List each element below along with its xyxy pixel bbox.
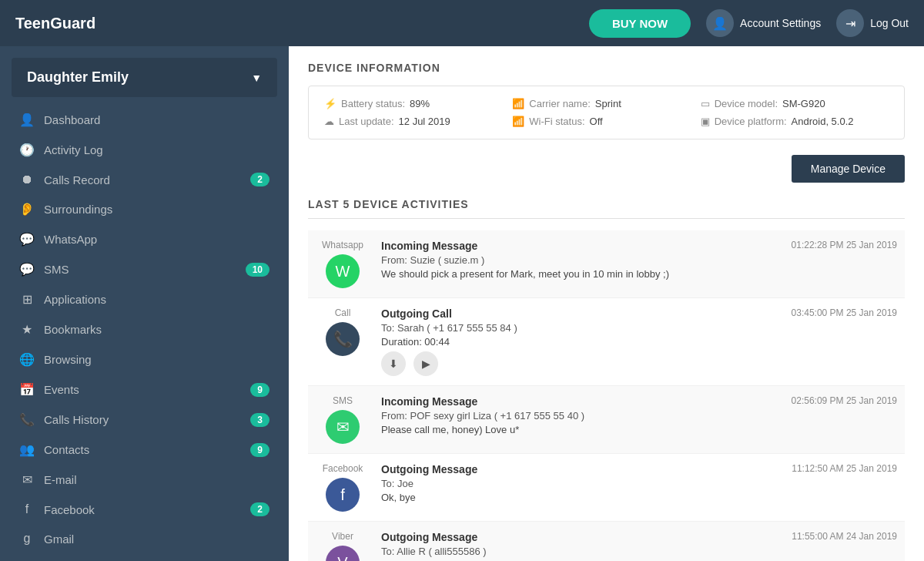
activity-source-label: Whatsapp <box>322 240 363 250</box>
dropdown-arrow-icon: ▼ <box>251 72 262 84</box>
sidebar-item-sms[interactable]: 💬SMS10 <box>0 254 289 284</box>
activity-source-label: Viber <box>332 531 353 542</box>
activity-source-icon: W <box>326 254 360 288</box>
battery-icon: ⚡ <box>324 98 336 109</box>
wifi-info: 📶 Wi-Fi status: Off <box>512 116 700 127</box>
play-icon[interactable]: ▶ <box>413 351 438 376</box>
activity-icon-wrap: SMS✉ <box>316 395 370 444</box>
bookmarks-icon: ★ <box>19 322 35 337</box>
sidebar-item-bookmarks[interactable]: ★Bookmarks <box>0 314 289 344</box>
sidebar-item-browsing[interactable]: 🌐Browsing <box>0 344 289 375</box>
sidebar-item-label: WhatsApp <box>44 233 270 246</box>
activity-time: 01:22:28 PM 25 Jan 2019 <box>792 240 897 250</box>
sidebar-item-whatsapp[interactable]: 💬WhatsApp <box>0 224 289 254</box>
account-label: Account Settings <box>740 17 821 29</box>
sidebar-item-label: E-mail <box>44 473 270 486</box>
buy-now-button[interactable]: BUY NOW <box>589 9 691 38</box>
sidebar-item-events[interactable]: 📅Events9 <box>0 375 289 405</box>
carrier-icon: 📶 <box>512 98 524 109</box>
activity-message: We should pick a present for Mark, meet … <box>381 268 897 280</box>
calls-record-icon: ⏺ <box>19 173 35 186</box>
activity-source-label: Facebook <box>323 463 363 474</box>
activity-top-row: Outgoing Call03:45:00 PM 25 Jan 2019 <box>381 307 897 320</box>
sidebar-nav: 👤Dashboard🕐Activity Log⏺Calls Record2👂Su… <box>0 101 289 561</box>
sidebar-item-facebook[interactable]: fFacebook2 <box>0 495 289 524</box>
sidebar-badge: 2 <box>250 502 270 516</box>
sidebar-item-label: Applications <box>44 293 270 306</box>
activity-source-label: SMS <box>333 395 353 406</box>
calls-history-icon: 📞 <box>19 412 35 427</box>
sidebar-badge: 10 <box>246 263 270 277</box>
activity-top-row: Outgoing Message11:55:00 AM 24 Jan 2019 <box>381 531 897 543</box>
sidebar-item-activity-log[interactable]: 🕐Activity Log <box>0 135 289 165</box>
whatsapp-icon: 💬 <box>19 232 35 247</box>
events-icon: 📅 <box>19 382 35 397</box>
activity-icon-wrap: Facebookf <box>316 463 370 512</box>
download-icon[interactable]: ⬇ <box>381 351 406 376</box>
activity-from: From: Suzie ( suzie.m ) <box>381 254 897 266</box>
device-info-grid: ⚡ Battery status: 89% 📶 Carrier name: Sp… <box>308 86 905 139</box>
sidebar-item-label: Bookmarks <box>44 323 270 336</box>
activity-item: WhatsappWIncoming Message01:22:28 PM 25 … <box>308 230 905 298</box>
activity-time: 11:12:50 AM 25 Jan 2019 <box>792 463 897 474</box>
email-icon: ✉ <box>19 472 35 487</box>
logo: TeenGuard <box>15 15 589 32</box>
carrier-info: 📶 Carrier name: Sprint <box>512 98 700 109</box>
activity-source-icon: ✉ <box>326 410 360 444</box>
sidebar-item-label: Activity Log <box>44 143 270 156</box>
sidebar-badge: 3 <box>250 413 270 427</box>
logout-link[interactable]: ⇥ Log Out <box>836 9 909 37</box>
sidebar-badge: 2 <box>250 173 270 186</box>
sidebar-item-label: Calls History <box>44 413 241 426</box>
activity-body: Outgoing Message11:55:00 AM 24 Jan 2019T… <box>381 531 897 561</box>
sidebar-item-keylogger[interactable]: 🔍Keylogger <box>0 553 289 561</box>
activity-item: FacebookfOutgoing Message11:12:50 AM 25 … <box>308 454 905 522</box>
applications-icon: ⊞ <box>19 292 35 307</box>
activities-list: WhatsappWIncoming Message01:22:28 PM 25 … <box>308 230 905 561</box>
model-icon: ▭ <box>701 98 710 109</box>
activity-type: Outgoing Message <box>381 463 477 475</box>
activity-source-icon: f <box>326 478 360 512</box>
sidebar: Daughter Emily ▼ 👤Dashboard🕐Activity Log… <box>0 46 289 561</box>
activity-body: Incoming Message01:22:28 PM 25 Jan 2019F… <box>381 240 897 280</box>
sidebar-item-label: Contacts <box>44 443 241 456</box>
activity-icon-wrap: ViberV <box>316 531 370 561</box>
activity-time: 03:45:00 PM 25 Jan 2019 <box>792 307 897 318</box>
activity-icon-wrap: WhatsappW <box>316 240 370 288</box>
surroundings-icon: 👂 <box>19 202 35 217</box>
activity-item: SMS✉Incoming Message02:56:09 PM 25 Jan 2… <box>308 386 905 454</box>
activity-message: Ok, bye <box>381 492 897 503</box>
sidebar-item-label: Facebook <box>44 503 241 516</box>
dashboard-icon: 👤 <box>19 113 35 127</box>
activity-body: Incoming Message02:56:09 PM 25 Jan 2019F… <box>381 395 897 435</box>
sidebar-badge: 9 <box>250 443 270 457</box>
activity-type: Incoming Message <box>381 395 477 408</box>
logout-icon: ⇥ <box>836 9 864 37</box>
activity-from: To: Joe <box>381 478 897 489</box>
logo-bold: Guard <box>50 15 95 32</box>
sidebar-item-calls-record[interactable]: ⏺Calls Record2 <box>0 165 289 194</box>
activity-type: Outgoing Message <box>381 531 477 543</box>
activity-icon-wrap: Call📞 <box>316 307 370 356</box>
sidebar-item-contacts[interactable]: 👥Contacts9 <box>0 435 289 465</box>
sidebar-item-dashboard[interactable]: 👤Dashboard <box>0 105 289 135</box>
profile-name: Daughter Emily <box>27 69 129 86</box>
sidebar-item-email[interactable]: ✉E-mail <box>0 465 289 495</box>
activity-top-row: Incoming Message01:22:28 PM 25 Jan 2019 <box>381 240 897 252</box>
sidebar-badge: 9 <box>250 383 270 397</box>
sms-icon: 💬 <box>19 262 35 277</box>
sidebar-item-label: SMS <box>44 263 236 276</box>
account-settings-link[interactable]: 👤 Account Settings <box>706 9 821 37</box>
sidebar-item-applications[interactable]: ⊞Applications <box>0 284 289 314</box>
header-right: 👤 Account Settings ⇥ Log Out <box>706 9 909 37</box>
manage-device-button[interactable]: Manage Device <box>792 155 905 183</box>
profile-dropdown[interactable]: Daughter Emily ▼ <box>12 58 277 97</box>
sidebar-item-surroundings[interactable]: 👂Surroundings <box>0 194 289 224</box>
main-content: DEVICE INFORMATION ⚡ Battery status: 89%… <box>289 46 924 561</box>
sidebar-item-gmail[interactable]: gGmail <box>0 524 289 553</box>
activity-body: Outgoing Message11:12:50 AM 25 Jan 2019T… <box>381 463 897 503</box>
activity-type: Incoming Message <box>381 240 477 252</box>
sidebar-item-calls-history[interactable]: 📞Calls History3 <box>0 405 289 435</box>
activity-message: Please call me, honey) Love u* <box>381 424 897 435</box>
activity-log-icon: 🕐 <box>19 143 35 157</box>
